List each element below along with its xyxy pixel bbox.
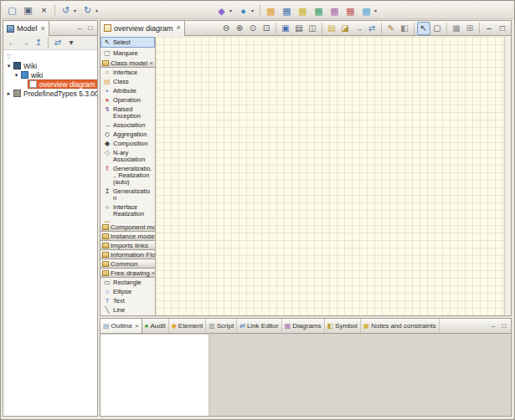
tab-diagrams[interactable]: ▦Diagrams	[282, 319, 325, 333]
maximize-view-icon[interactable]: □	[85, 23, 95, 33]
tool-attribute[interactable]: ▪Attribute	[100, 86, 155, 95]
section-common[interactable]: Common	[100, 259, 155, 269]
redo-icon[interactable]: ↻▾	[80, 3, 101, 18]
tree-expand-arrow[interactable]: ▽	[5, 53, 13, 60]
tab-outline[interactable]: ▤Outline×	[100, 319, 142, 333]
new-state-diagram-icon[interactable]: ▦	[327, 3, 342, 18]
new-deployment-diagram-icon[interactable]: ▦▾	[358, 3, 380, 18]
section-free-drawing[interactable]: Free drawing«	[100, 269, 155, 278]
tool-association[interactable]: →Association	[100, 120, 155, 130]
open-browser-icon-dropdown[interactable]: ▾	[250, 8, 255, 13]
undo-icon-dropdown[interactable]: ▾	[72, 8, 78, 13]
section-information-flows[interactable]: Information Flo...	[100, 250, 155, 259]
section-class-model[interactable]: Class model«	[100, 59, 155, 68]
forward-icon[interactable]: →	[18, 37, 32, 49]
tool-interface-realization[interactable]: ○Interface Realization	[100, 202, 155, 218]
edit-style-icon[interactable]: ✎	[384, 22, 398, 35]
tab-symbol[interactable]: ◧Symbol	[325, 319, 361, 333]
show-links-icon-glyph: ⇄	[368, 23, 375, 34]
new-sequence-diagram-icon[interactable]: ▦	[311, 3, 327, 18]
up-icon[interactable]: ↥	[32, 37, 45, 49]
create-element-icon-dropdown[interactable]: ▾	[228, 8, 234, 13]
tab-audit[interactable]: ●Audit	[142, 319, 169, 333]
print-icon[interactable]: ▤	[292, 22, 306, 35]
tool-line[interactable]: ╲Line	[100, 305, 155, 315]
tool-text[interactable]: TText	[100, 296, 155, 305]
diagram-canvas[interactable]	[156, 37, 511, 315]
undo-icon[interactable]: ↺▾	[58, 3, 80, 18]
tool-generalization-label: Generalization	[113, 187, 153, 202]
section-imports-links[interactable]: Imports links	[100, 241, 155, 250]
canvas-vertical-scrollbar[interactable]	[504, 37, 511, 315]
marquee-mode-icon[interactable]: ▢	[430, 22, 444, 35]
tab-notes-and-constraints[interactable]: ▣Notes and constraints	[361, 319, 440, 333]
minimize-view-icon[interactable]: ‒	[75, 23, 85, 33]
new-deployment-diagram-icon-dropdown[interactable]: ▾	[373, 8, 379, 13]
new-activity-diagram-icon[interactable]: ▦	[342, 3, 358, 18]
tab-script[interactable]: ▥Script	[206, 319, 237, 333]
show-links-icon[interactable]: ⇄	[365, 22, 379, 35]
section-instance-model[interactable]: Instance model	[100, 232, 155, 241]
snap-grid-icon[interactable]: ⊞	[463, 22, 476, 35]
new-class-diagram-icon[interactable]: ▦	[279, 3, 295, 18]
tool-generalization[interactable]: ↥Generalization	[100, 187, 155, 202]
tool-nary-association[interactable]: ◇N-ary Association	[100, 148, 155, 164]
tree-item-wiki-project[interactable]: ▾Wiki	[3, 61, 97, 70]
tool-ellipse[interactable]: ○Ellipse	[100, 287, 155, 296]
save-icon[interactable]: ▣	[20, 3, 36, 18]
add-constraint-icon[interactable]: ◪	[338, 22, 352, 35]
tool-class[interactable]: ▤Class	[100, 77, 155, 86]
open-browser-icon[interactable]: ●▾	[235, 3, 257, 18]
collapse-section-icon[interactable]: «	[152, 270, 155, 277]
default-theme-icon[interactable]: ◧	[398, 22, 411, 35]
tree-item-wiki-package[interactable]: ▾wiki	[3, 70, 97, 79]
toggle-grid-icon[interactable]: ▦	[450, 22, 463, 35]
new-package-icon[interactable]: ▦	[263, 3, 279, 18]
tree-item-overview-diagram[interactable]: overview diagram	[3, 79, 97, 89]
tool-composition[interactable]: ◆Composition	[100, 139, 155, 148]
tree-root-handle[interactable]: ▽	[3, 52, 97, 61]
add-dependency-icon[interactable]: →	[352, 22, 365, 35]
tab-element[interactable]: ◆Element	[169, 319, 207, 333]
tab-link-editor[interactable]: ⇄Link Editor	[237, 319, 282, 333]
maximize-editor-icon[interactable]: □	[496, 22, 509, 35]
tab-model[interactable]: Model ×	[3, 21, 49, 36]
zoom-out-icon[interactable]: ⊖	[219, 22, 233, 35]
minimize-editor-icon[interactable]: ‒	[482, 22, 496, 35]
save-image-icon[interactable]: ▣	[279, 22, 292, 35]
marquee-tool[interactable]: ▢Marquee	[100, 48, 155, 59]
close-diagram-tab-icon[interactable]: ×	[177, 24, 181, 32]
delete-icon[interactable]: ×	[36, 3, 52, 18]
tree-expand-arrow[interactable]: ▾	[5, 62, 13, 69]
redo-icon-dropdown[interactable]: ▾	[94, 8, 100, 13]
view-menu-icon[interactable]: ▾	[64, 37, 78, 49]
tool-interface[interactable]: ○Interface	[100, 68, 155, 77]
create-element-icon[interactable]: ◆▾	[214, 3, 235, 18]
new-use-case-diagram-icon[interactable]: ▦	[295, 3, 311, 18]
add-note-icon[interactable]: ▤	[325, 22, 338, 35]
maximize-bottom-panel-icon[interactable]: □	[499, 321, 509, 331]
link-with-editor-icon[interactable]: ⇄	[51, 37, 64, 49]
select-mode-icon[interactable]: ↖	[417, 22, 430, 35]
tool-operation[interactable]: ●Operation	[100, 95, 155, 105]
zoom-fit-icon[interactable]: ⊡	[260, 22, 273, 35]
back-icon[interactable]: ←	[5, 37, 18, 49]
tab-overview-diagram[interactable]: overview diagram ×	[100, 21, 185, 36]
select-tool[interactable]: ↖Select	[100, 37, 155, 48]
zoom-in-icon[interactable]: ⊕	[233, 22, 246, 35]
new-project-icon[interactable]: ▢	[4, 3, 20, 18]
zoom-original-icon[interactable]: ⊙	[246, 22, 260, 35]
close-outline-tab-icon[interactable]: ×	[135, 322, 139, 330]
tree-item-predefined-types[interactable]: ▸PredefinedTypes 5.3.00	[3, 89, 97, 98]
tool-aggregation[interactable]: ◇Aggregation	[100, 130, 155, 139]
close-model-view-icon[interactable]: ×	[41, 25, 45, 33]
tool-raised-exception[interactable]: ↯Raised Exception	[100, 105, 155, 120]
minimize-bottom-panel-icon[interactable]: ‒	[488, 321, 498, 331]
section-component-model[interactable]: Component mo...	[100, 223, 155, 232]
tool-rectangle[interactable]: ▭Rectangle	[100, 278, 155, 287]
tree-expand-arrow[interactable]: ▸	[5, 90, 13, 97]
tree-expand-arrow[interactable]: ▾	[13, 71, 20, 79]
collapse-section-icon[interactable]: «	[150, 60, 153, 67]
tool-generalization-realization-auto[interactable]: ⇑Generalizatio... Realization (auto)	[100, 164, 155, 187]
copy-image-icon[interactable]: ◫	[306, 22, 319, 35]
